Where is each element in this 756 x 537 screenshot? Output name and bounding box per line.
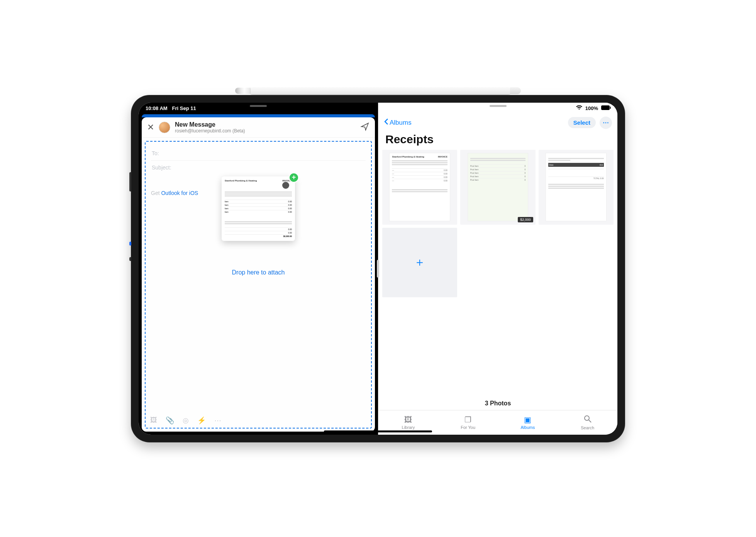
multitask-handle-icon[interactable] [490, 105, 507, 107]
svg-line-3 [589, 420, 591, 422]
status-bar-right: 100% [378, 103, 617, 114]
tab-albums[interactable]: ▣ Albums [498, 410, 558, 435]
multitask-handle-icon[interactable] [250, 105, 267, 107]
photo-count: 3 Photos [378, 397, 617, 410]
svg-rect-0 [601, 105, 610, 110]
foryou-icon: ❐ [464, 415, 471, 424]
photo-thumbnail[interactable]: Stanford Plumbing & HeatingINVOICE —0.00… [382, 150, 457, 225]
screen: 10:08 AM Fri Sep 11 ✕ New Message rosieh… [139, 103, 617, 435]
status-bar-left: 10:08 AM Fri Sep 11 [139, 103, 378, 114]
apple-pencil [235, 86, 521, 96]
chevron-left-icon [384, 118, 388, 127]
battery-label: 100% [585, 105, 598, 111]
outlook-topbar [142, 114, 375, 117]
photos-pane: 100% Albums Select ⋯ Receipts [378, 103, 617, 435]
drop-hint-label: Drop here to attach [146, 269, 371, 276]
outlook-link[interactable]: Outlook for iOS [161, 190, 198, 196]
compose-toolbar: 🖼 📎 ◎ ⚡ ⋯ [150, 416, 221, 425]
compose-card: ✕ New Message rosieh@lucernepubintl.com … [142, 117, 375, 432]
to-field[interactable]: To: [151, 146, 366, 161]
status-time: 10:08 AM [146, 105, 168, 111]
back-button[interactable]: Albums [384, 118, 412, 127]
search-icon [584, 415, 592, 425]
photo-thumbnail[interactable]: Prod Item0Prod Item0Prod Item0Prod Item0… [460, 150, 535, 225]
photo-thumbnail[interactable]: DescAmt TOTAL 0.00 [539, 150, 614, 225]
send-icon[interactable] [360, 122, 370, 133]
avatar [159, 122, 170, 133]
compose-from: rosieh@lucernepubintl.com (Beta) [175, 128, 356, 134]
library-icon: 🖼 [404, 415, 412, 424]
photo-grid: Stanford Plumbing & HeatingINVOICE —0.00… [378, 150, 617, 297]
subject-field[interactable]: Subject: [151, 161, 366, 174]
status-date: Fri Sep 11 [172, 105, 196, 111]
ipad-frame: 10:08 AM Fri Sep 11 ✕ New Message rosieh… [131, 95, 625, 442]
wifi-icon [576, 105, 582, 111]
select-button[interactable]: Select [568, 117, 596, 128]
dragged-photo[interactable]: + Stanford Plumbing & HeatingINVOICE Ite… [222, 176, 295, 241]
quick-icon[interactable]: ⚡ [197, 416, 206, 425]
compose-title: New Message [175, 121, 356, 128]
attach-icon[interactable]: 📎 [166, 416, 174, 425]
drop-zone[interactable]: To: Subject: Get Outlook for iOS + Stanf… [145, 141, 372, 429]
albums-icon: ▣ [524, 415, 531, 424]
home-indicator[interactable] [324, 430, 432, 432]
nav-bar: Albums Select ⋯ [378, 114, 617, 131]
plus-badge-icon: + [289, 173, 299, 183]
close-icon[interactable]: ✕ [147, 122, 154, 132]
price-badge: $2,000 [518, 217, 533, 222]
camera-icon[interactable]: ◎ [183, 416, 189, 425]
photo-icon[interactable]: 🖼 [150, 416, 157, 425]
battery-icon [601, 105, 611, 111]
add-photo-button[interactable]: ＋ [382, 228, 457, 297]
more-button[interactable]: ⋯ [600, 117, 612, 129]
more-icon[interactable]: ⋯ [214, 416, 221, 425]
plus-icon: ＋ [414, 254, 425, 270]
svg-rect-1 [610, 107, 611, 109]
outlook-pane: 10:08 AM Fri Sep 11 ✕ New Message rosieh… [139, 103, 378, 435]
tab-foryou[interactable]: ❐ For You [438, 410, 498, 435]
split-resize-handle[interactable] [377, 260, 379, 278]
album-title: Receipts [378, 131, 617, 150]
svg-point-2 [585, 416, 589, 420]
tab-search[interactable]: Search [558, 410, 617, 435]
